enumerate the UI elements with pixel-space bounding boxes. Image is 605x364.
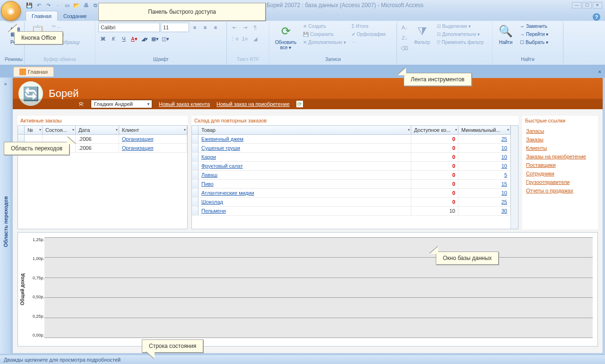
close-button[interactable]: ✕ — [593, 2, 602, 9]
quicklink[interactable]: Отчеты о продажах — [526, 188, 594, 193]
selection-button[interactable]: ☑ Выделение ▾ — [435, 23, 486, 30]
new-icon[interactable]: ▭ — [63, 1, 71, 9]
tab-create[interactable]: Создание — [58, 11, 93, 21]
select-button[interactable]: ☐ Выбрать ▾ — [518, 39, 550, 46]
navpane-title: Область переходов — [3, 196, 9, 247]
quicklink[interactable]: Поставщики — [526, 162, 594, 168]
stock-scrollbar[interactable] — [510, 126, 518, 229]
numbers-icon[interactable]: 1≡ — [240, 34, 250, 43]
highlight-icon[interactable]: ◢ — [251, 34, 260, 43]
spelling-button[interactable]: ✔ Орфография — [350, 31, 388, 38]
table-row[interactable]: Пельмени1030 — [192, 207, 510, 216]
document-tab-home[interactable]: Главная — [13, 67, 54, 77]
bullets-icon[interactable]: ⋮≡ — [230, 34, 239, 43]
stock-grid[interactable]: Товар▾ Доступное ко...▾ Минимальный...▾ … — [191, 125, 519, 229]
sort-asc-icon[interactable]: A↓ — [400, 23, 409, 32]
underline-icon[interactable]: Ч — [119, 34, 129, 43]
navigation-pane[interactable]: » Область переходов — [0, 78, 11, 354]
goto-button[interactable]: → Перейти ▾ — [518, 31, 550, 38]
refresh-all-button[interactable]: ⟳Обновить все ▾ — [272, 23, 299, 51]
quicklink[interactable]: Грузоотправители — [526, 179, 594, 185]
office-button[interactable]: ◉ — [1, 1, 21, 21]
tab-home[interactable]: Главная — [26, 11, 58, 21]
form-icon — [19, 69, 26, 75]
altrow-icon[interactable]: ◫▾ — [161, 34, 170, 43]
bold-icon[interactable]: Ж — [98, 34, 108, 43]
form-header: 🔄 Борей Я: Гладких Андрей Новый заказ кл… — [13, 78, 603, 109]
database-window: 🔄 Борей Я: Гладких Андрей Новый заказ кл… — [12, 78, 603, 354]
employee-dropdown[interactable]: Гладких Андрей — [91, 100, 152, 108]
undo-icon[interactable]: ↶ — [35, 1, 43, 9]
print-icon[interactable]: 🖶 — [82, 1, 90, 9]
callout-office-button: Кнопка Office — [14, 31, 63, 44]
more-records-button[interactable]: ⋯ — [350, 39, 388, 46]
new-record-button[interactable]: ✳ Создать — [301, 23, 348, 30]
replace-button[interactable]: ↔ Заменить — [518, 23, 550, 30]
help-icon[interactable]: ? — [593, 13, 600, 21]
cut-button[interactable]: ✂ ... — [50, 23, 82, 30]
font-color-icon[interactable]: А▾ — [130, 34, 139, 43]
filter-button[interactable]: ⧩Фильтр — [411, 23, 433, 46]
minimize-button[interactable]: — — [572, 2, 581, 9]
redo-icon[interactable]: ↷ — [44, 1, 52, 9]
maximize-button[interactable]: ☐ — [582, 2, 592, 9]
find-button[interactable]: 🔍Найти — [495, 23, 516, 46]
active-orders-panel: Активные заказы №▾ Состоя...▾ Дата▾ Клие… — [17, 116, 188, 229]
font-name-combo[interactable]: Calibri — [98, 23, 160, 32]
table-row[interactable]: Атлантические мидии010 — [192, 189, 510, 198]
save-record-button[interactable]: 💾 Сохранить — [301, 31, 348, 38]
refresh-form-icon[interactable]: ⟳ — [296, 101, 303, 107]
totals-button[interactable]: Σ Итоги — [350, 23, 388, 30]
font-size-combo[interactable]: 11 — [161, 23, 189, 32]
ribbon: ▦Ре... Режимы 📋Вст... ✂ ... овать т по о… — [0, 21, 605, 65]
advanced-filter-button[interactable]: ☷ Дополнительно ▾ — [435, 31, 486, 38]
delete-record-button[interactable]: ✕ Дополнительно ▾ — [301, 39, 348, 46]
quicklink[interactable]: Заказы — [526, 137, 594, 142]
align-left-icon[interactable]: ≡ — [190, 23, 199, 32]
chart-yticks: 1,25p.1,00p.0,75p.0,50p.0,25p.0,00p. — [31, 237, 44, 338]
clear-sort-icon[interactable]: ⌫ — [400, 43, 409, 53]
status-text: Дважды щелкните для просмотра подробност… — [4, 357, 121, 363]
save-icon[interactable]: 💾 — [26, 1, 33, 9]
group-rtf-label: Текст RTF — [230, 56, 266, 63]
me-label: Я: — [79, 101, 84, 107]
table-row[interactable]: Ежевичный джем025 — [192, 135, 510, 144]
new-client-order-link[interactable]: Новый заказ клиента — [159, 101, 210, 107]
ltr-icon[interactable]: ¶ — [251, 23, 260, 32]
quicklink[interactable]: Заказы на приобретение — [526, 154, 594, 159]
sort-desc-icon[interactable]: Z↓ — [400, 33, 409, 43]
table-row[interactable]: Лаваш05 — [192, 171, 510, 180]
quicklink[interactable]: Запасы — [526, 128, 594, 134]
new-purchase-order-link[interactable]: Новый заказ на приобретение — [216, 101, 289, 107]
table-row[interactable]: Шоколад025 — [192, 198, 510, 207]
gridlines-icon[interactable]: ▦▾ — [150, 34, 160, 43]
callout-qat: Панель быстрого доступа — [98, 3, 266, 21]
fill-color-icon[interactable]: ◢▾ — [140, 34, 149, 43]
ribbon-tabs: Главная Создание ? — [0, 10, 605, 21]
quicklink[interactable]: Клиенты — [526, 145, 594, 151]
table-row[interactable]: Карри010 — [192, 153, 510, 162]
document-close-button[interactable]: ✕ — [598, 69, 601, 75]
quicklink[interactable]: Сотрудники — [526, 171, 594, 176]
italic-icon[interactable]: К — [109, 34, 118, 43]
navpane-expand-icon[interactable]: » — [1, 79, 10, 88]
active-orders-title: Активные заказы — [17, 116, 188, 125]
align-center-icon[interactable]: ≡ — [200, 23, 210, 32]
document-tab-bar: Главная ✕ — [0, 65, 605, 78]
indent-dec-icon[interactable]: ⇤ — [230, 23, 239, 32]
indent-inc-icon[interactable]: ⇥ — [240, 23, 250, 32]
group-records-label: Записи — [272, 56, 394, 63]
active-orders-grid[interactable]: №▾ Состоя...▾ Дата▾ Клиент▾ .2006Организ… — [17, 125, 188, 229]
stock-panel: Склад для повторных заказов Товар▾ Досту… — [191, 116, 519, 229]
align-right-icon[interactable]: ≡ — [211, 23, 220, 32]
apply-filter-button[interactable]: ▽ Применить фильтр — [435, 39, 486, 46]
callout-ribbon: Лента инструментов — [404, 73, 472, 86]
open-icon[interactable]: 📂 — [73, 1, 80, 9]
table-row[interactable]: Фруктовый салат010 — [192, 162, 510, 171]
stock-title: Склад для повторных заказов — [191, 116, 519, 125]
chart-ylabel: Общий доход — [20, 273, 25, 305]
document-tab-label: Главная — [28, 69, 48, 75]
table-row[interactable]: Сушеные груши010 — [192, 144, 510, 153]
callout-navpane: Область переходов — [4, 142, 69, 155]
table-row[interactable]: Пиво015 — [192, 180, 510, 189]
